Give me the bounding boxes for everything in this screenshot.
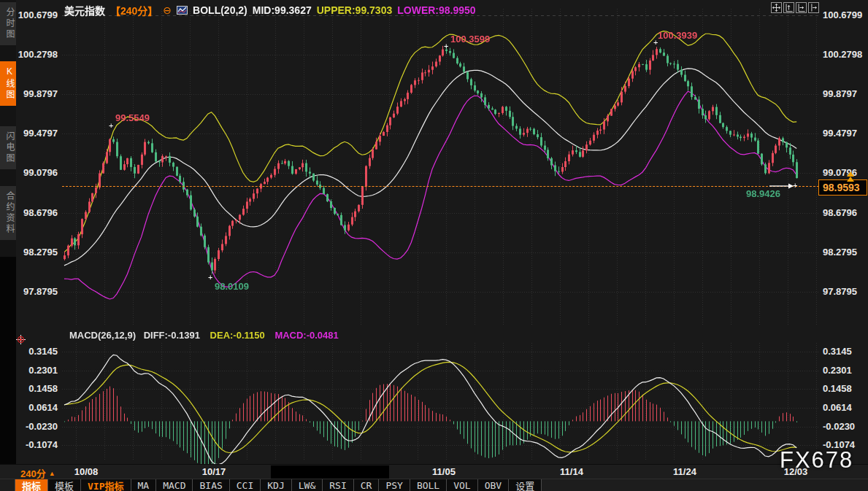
axis-scrollbar[interactable] — [271, 465, 389, 479]
watermark-logo: FX678 — [780, 447, 853, 473]
axis-tick-label: 100.2798 — [823, 49, 862, 61]
date-tick-label: 10/08 — [74, 466, 99, 477]
boll-upper-value: UPPER:99.7303 — [317, 4, 393, 16]
chart-header: 美元指数 【240分】 ⊖ BOLL(20,2) MID:99.3627 UPP… — [64, 4, 476, 17]
toolbar-item-4[interactable]: MACD — [155, 479, 192, 491]
toolbar-item-6[interactable]: CCI — [229, 479, 260, 491]
current-price-box: 98.9593 — [818, 179, 867, 196]
date-tick-label: 10/17 — [202, 466, 226, 477]
sidebar-spacer — [0, 257, 16, 464]
price-up-arrow-icon — [847, 171, 854, 177]
trading-terminal-window: 分时图K线图闪电图合约资料 美元指数 【240分】 ⊖ BOLL(20,2) M… — [0, 0, 868, 491]
period-label: 【240分】 — [110, 3, 158, 18]
toolbar-item-9[interactable]: RSI — [322, 479, 353, 491]
price-annotation: 99.5549 — [115, 112, 150, 123]
right-price-axis: 100.6799100.279899.879799.479799.079698.… — [823, 0, 868, 464]
macd-title: MACD(26,12,9) — [69, 330, 136, 341]
toolbar-item-10[interactable]: CR — [353, 479, 379, 491]
date-tick-label: 11/14 — [560, 466, 583, 477]
sidebar-item-4[interactable]: 合约资料 — [0, 186, 16, 240]
axis-tick-label: 98.2795 — [823, 247, 857, 258]
toolbar-item-3[interactable]: MA — [131, 479, 156, 491]
boll-lower-value: LOWER:98.9950 — [397, 4, 475, 16]
toolbar-item-15[interactable]: 设置 — [508, 479, 542, 491]
toolbar-item-2[interactable]: VIP指标 — [80, 479, 130, 491]
axis-tick-label: 99.4797 — [823, 128, 857, 139]
axis-tick-label: 0.2301 — [823, 365, 852, 376]
price-annotation: 98.9426 — [746, 188, 780, 199]
toolbar-item-14[interactable]: OBV — [477, 479, 508, 491]
toolbar-item-12[interactable]: BOLL — [410, 479, 446, 491]
axis-tick-label: 0.1458 — [823, 383, 852, 395]
indicator-crosshair-icon[interactable] — [16, 335, 26, 344]
shift-right-button[interactable] — [808, 2, 819, 13]
axis-tick-label: 97.8795 — [823, 286, 857, 298]
indicator-chart-icon[interactable] — [177, 6, 188, 15]
boll-indicator-label: BOLL(20,2) — [193, 4, 247, 16]
sidebar-item-2[interactable]: K线图 — [0, 61, 16, 106]
extreme-cross-marker: + — [109, 123, 113, 129]
caret-up-icon: ▲ — [49, 470, 55, 477]
extreme-cross-marker: + — [653, 39, 658, 46]
left-sidebar: 分时图K线图闪电图合约资料 — [0, 0, 16, 464]
macd-diff-value: DIFF:-0.1391 — [144, 330, 200, 341]
macd-dea-value: DEA:-0.1150 — [210, 330, 265, 341]
price-annotation: 100.3939 — [658, 30, 697, 41]
macd-header: MACD(26,12,9) DIFF:-0.1391 DEA:-0.1150 M… — [69, 330, 339, 341]
current-price-line — [62, 186, 819, 187]
toolbar-item-1[interactable]: 模板 — [47, 479, 80, 491]
pan-tool-icon — [772, 2, 781, 13]
zoom-horizontal-button[interactable] — [796, 2, 807, 13]
time-axis-row: 240分▲ 10/0810/1711/0511/1411/2412/03 — [0, 464, 868, 479]
pan-tool-button[interactable] — [771, 2, 782, 13]
indicator-toolbar: 指标模板VIP指标MAMACDBIASCCIKDJLW&RSICRPSYBOLL… — [0, 479, 868, 491]
chart-plot-area[interactable] — [62, 0, 819, 464]
axis-tick-label: 100.6799 — [823, 9, 862, 21]
date-tick-label: 11/05 — [432, 466, 456, 477]
axis-tick-label: 99.8797 — [823, 88, 857, 100]
macd-macd-value: MACD:-0.0481 — [274, 330, 338, 341]
extreme-cross-marker: + — [208, 274, 212, 281]
chart-tool-buttons — [771, 2, 819, 13]
axis-tick-label: 0.3145 — [823, 346, 852, 357]
toolbar-item-8[interactable]: LW& — [291, 479, 322, 491]
toolbar-item-5[interactable]: BIAS — [192, 479, 228, 491]
toolbar-item-0[interactable]: 指标 — [15, 479, 47, 491]
axis-tick-label: 98.6796 — [823, 207, 857, 219]
toolbar-item-7[interactable]: KDJ — [260, 479, 291, 491]
sidebar-item-1[interactable]: 分时图 — [0, 2, 16, 45]
axis-tick-label: 0.0614 — [823, 402, 852, 414]
shift-right-icon — [809, 2, 818, 13]
sidebar-item-3[interactable]: 闪电图 — [0, 126, 16, 169]
price-pointer-arrow-icon — [769, 182, 794, 190]
toolbar-item-11[interactable]: PSY — [378, 479, 409, 491]
date-tick-label: 11/24 — [673, 466, 696, 477]
zoom-vertical-button[interactable] — [783, 2, 794, 13]
price-annotation: 98.0109 — [215, 281, 249, 292]
boll-mid-value: MID:99.3627 — [253, 4, 312, 16]
toolbar-item-13[interactable]: VOL — [446, 479, 477, 491]
zoom-vertical-icon — [784, 2, 794, 13]
collapse-icon[interactable]: ⊖ — [163, 6, 172, 15]
extreme-cross-marker: + — [444, 43, 448, 50]
axis-tick-label: -0.0230 — [823, 421, 855, 433]
zoom-horizontal-icon — [796, 2, 806, 13]
price-annotation: 100.3599 — [450, 34, 490, 45]
symbol-title: 美元指数 — [64, 3, 105, 18]
price-up-arrow-icon — [847, 177, 854, 182]
